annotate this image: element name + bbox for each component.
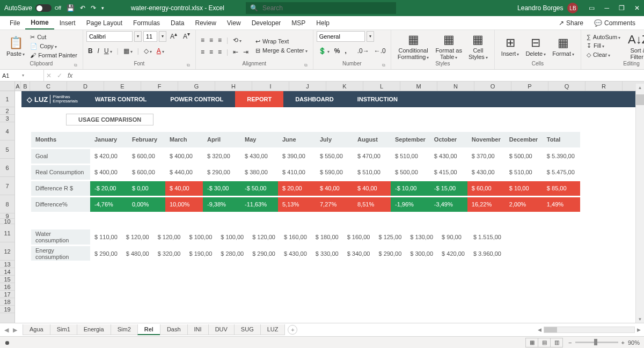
row-header[interactable]: 7 xyxy=(0,177,14,195)
data-cell[interactable]: -11,63% xyxy=(240,196,278,212)
data-cell[interactable]: $ 510,00 xyxy=(505,164,543,180)
alignment-launcher-icon[interactable]: ⧉ xyxy=(304,63,308,68)
data-cell[interactable]: $ 160,00 xyxy=(343,229,375,246)
formula-input[interactable] xyxy=(75,70,644,81)
search-box[interactable]: 🔍 xyxy=(246,2,396,14)
format-painter-button[interactable]: 🖌Format Painter xyxy=(28,51,79,59)
ribbon-tab-help[interactable]: Help xyxy=(311,16,335,29)
data-cell[interactable]: $ 130,00 xyxy=(406,229,437,246)
ribbon-display-icon[interactable]: ▭ xyxy=(589,4,595,12)
data-cell[interactable]: $ 370,00 xyxy=(467,148,505,164)
data-cell[interactable]: $ 280,00 xyxy=(216,246,248,262)
middle-align-icon[interactable]: ≡ xyxy=(208,35,215,45)
nav-tab-instruction[interactable]: INSTRUCTION xyxy=(346,91,409,107)
data-cell[interactable]: $ 340,00 xyxy=(343,246,375,262)
font-name-input[interactable] xyxy=(86,31,133,42)
zoom-slider[interactable] xyxy=(575,342,618,343)
qat-more-icon[interactable]: ▾ xyxy=(101,5,104,11)
data-cell[interactable]: $ 390,00 xyxy=(278,148,316,164)
data-cell[interactable]: $ 190,00 xyxy=(185,246,216,262)
sheet-nav-prev-icon[interactable]: ◀ xyxy=(4,327,9,334)
data-cell[interactable]: -4,76% xyxy=(90,196,128,212)
search-input[interactable] xyxy=(262,4,392,12)
data-cell[interactable]: 5,13% xyxy=(278,196,316,212)
data-cell[interactable]: $ 160,00 xyxy=(280,229,311,246)
column-header[interactable]: K xyxy=(326,82,363,91)
record-macro-icon[interactable]: ⏺ xyxy=(4,339,10,346)
add-sheet-button[interactable]: + xyxy=(288,325,297,335)
ribbon-tab-file[interactable]: File xyxy=(4,16,25,29)
ribbon-tab-page-layout[interactable]: Page Layout xyxy=(81,16,128,29)
select-all-corner[interactable] xyxy=(0,82,15,91)
clipboard-launcher-icon[interactable]: ⧉ xyxy=(74,63,77,68)
column-header[interactable]: R xyxy=(586,82,623,91)
format-as-table-button[interactable]: ▦Format as Table xyxy=(432,32,465,60)
hscroll-left-icon[interactable]: ◀ xyxy=(538,327,541,332)
column-header[interactable]: L xyxy=(363,82,400,91)
data-cell[interactable]: $ 380,00 xyxy=(240,164,278,180)
horizontal-scrollbar[interactable]: ◀ ▶ xyxy=(538,327,644,333)
data-cell[interactable]: -$ 20,00 xyxy=(90,180,128,196)
borders-button[interactable]: ▦ xyxy=(122,46,134,56)
data-cell[interactable]: 8,51% xyxy=(353,196,391,212)
column-header[interactable]: H xyxy=(215,82,252,91)
data-cell[interactable]: $ 5.475,00 xyxy=(543,164,580,180)
data-cell[interactable]: $ 1.515,00 xyxy=(469,229,506,246)
data-cell[interactable]: $ 110,00 xyxy=(90,229,122,246)
row-header[interactable]: 14 xyxy=(0,268,14,276)
page-layout-view-icon[interactable]: ▤ xyxy=(538,338,551,347)
column-header[interactable]: O xyxy=(474,82,511,91)
column-header[interactable]: I xyxy=(252,82,289,91)
row-header[interactable]: 18 xyxy=(0,298,14,306)
data-cell[interactable]: $ 470,00 xyxy=(353,148,391,164)
row-header[interactable]: 17 xyxy=(0,291,14,298)
sheet-tab-rel[interactable]: Rel xyxy=(137,324,160,335)
font-name-caret[interactable]: ▾ xyxy=(134,31,142,42)
data-cell[interactable]: $ 590,00 xyxy=(316,164,353,180)
name-box[interactable]: A1▾ xyxy=(0,70,44,81)
user-area[interactable]: Leandro Borges LB xyxy=(517,3,578,13)
fill-button[interactable]: ↧Fill xyxy=(584,42,623,50)
data-cell[interactable]: $ 290,00 xyxy=(203,164,240,180)
column-header[interactable]: E xyxy=(104,82,141,91)
row-header[interactable]: 12 xyxy=(0,242,14,261)
data-cell[interactable]: -$ 10,00 xyxy=(391,180,430,196)
ribbon-tab-home[interactable]: Home xyxy=(25,16,54,29)
nav-tab-dashboard[interactable]: DASHBOARD xyxy=(283,91,346,107)
column-header[interactable]: B xyxy=(21,82,30,91)
column-header[interactable]: Q xyxy=(548,82,586,91)
data-cell[interactable]: 0,00% xyxy=(128,196,165,212)
merge-center-button[interactable]: ⊟Merge & Center xyxy=(253,47,310,55)
cancel-formula-icon[interactable]: ✕ xyxy=(46,72,52,79)
accounting-icon[interactable]: 💲 xyxy=(317,46,331,56)
sheet-nav-next-icon[interactable]: ▶ xyxy=(13,327,17,334)
row-header[interactable]: 3 xyxy=(0,115,14,122)
worksheet-grid[interactable]: ◇ LUZ PlanilhasEmpresariais WATER CONTRO… xyxy=(15,91,644,323)
row-header[interactable]: 13 xyxy=(0,261,14,268)
font-color-button[interactable]: A xyxy=(155,46,166,56)
sheet-tab-duv[interactable]: DUV xyxy=(208,324,235,335)
ribbon-tab-data[interactable]: Data xyxy=(165,16,189,29)
column-header[interactable]: C xyxy=(30,82,67,91)
sheet-tab-dash[interactable]: Dash xyxy=(160,324,188,335)
hscroll-thumb[interactable] xyxy=(544,327,557,332)
autosave-toggle[interactable]: AutoSave Off xyxy=(4,4,61,12)
nav-tab-power-control[interactable]: POWER CONTROL xyxy=(158,91,235,107)
vscroll-thumb[interactable] xyxy=(636,94,644,105)
nav-tab-report[interactable]: REPORT xyxy=(235,91,283,107)
data-cell[interactable]: $ 40,00 xyxy=(165,180,203,196)
data-cell[interactable]: -$ 15,00 xyxy=(430,180,467,196)
row-header[interactable]: 1 xyxy=(0,91,14,107)
data-cell[interactable]: $ 120,00 xyxy=(248,229,280,246)
data-cell[interactable]: -$ 50,00 xyxy=(240,180,278,196)
data-cell[interactable]: $ 600,00 xyxy=(128,164,165,180)
page-break-view-icon[interactable]: ▥ xyxy=(550,338,563,347)
cell-styles-button[interactable]: ▦Cell Styles xyxy=(465,32,491,60)
row-header[interactable]: 15 xyxy=(0,276,14,283)
copy-button[interactable]: 📄Copy xyxy=(28,42,79,50)
namebox-caret-icon[interactable]: ▾ xyxy=(22,73,42,78)
bottom-align-icon[interactable]: ≡ xyxy=(216,35,223,45)
toggle-switch[interactable] xyxy=(35,4,52,12)
comma-icon[interactable]: , xyxy=(343,46,348,56)
data-cell[interactable]: $ 100,00 xyxy=(216,229,248,246)
